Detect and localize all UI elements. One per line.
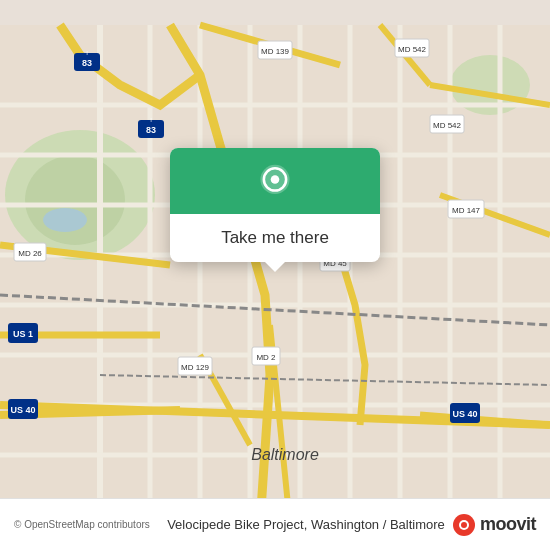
popup-header: [170, 148, 380, 214]
svg-text:83: 83: [146, 125, 156, 135]
svg-text:MD 2: MD 2: [256, 353, 276, 362]
svg-text:83: 83: [82, 58, 92, 68]
popup-card: Take me there: [170, 148, 380, 262]
moovit-logo: moovit: [452, 513, 536, 537]
svg-point-69: [271, 175, 280, 184]
svg-text:Baltimore: Baltimore: [251, 446, 319, 463]
svg-point-72: [461, 522, 467, 528]
svg-text:MD 26: MD 26: [18, 249, 42, 258]
svg-text:MD 542: MD 542: [398, 45, 427, 54]
take-me-there-button[interactable]: Take me there: [186, 226, 364, 250]
map-background: 83 I 83 I MD 139 MD 542 MD 542 MD 26 MD …: [0, 0, 550, 550]
moovit-marker-icon: [452, 513, 476, 537]
svg-point-2: [25, 155, 125, 245]
svg-text:US 1: US 1: [13, 329, 33, 339]
bottom-bar: © OpenStreetMap contributors Velocipede …: [0, 498, 550, 550]
svg-text:US 40: US 40: [10, 405, 35, 415]
svg-text:MD 542: MD 542: [433, 121, 462, 130]
place-name: Velocipede Bike Project, Washington / Ba…: [160, 517, 452, 532]
attribution-text: © OpenStreetMap contributors: [14, 519, 160, 530]
svg-point-3: [43, 208, 87, 232]
svg-text:MD 139: MD 139: [261, 47, 290, 56]
svg-text:US 40: US 40: [452, 409, 477, 419]
popup-body: Take me there: [170, 214, 380, 262]
svg-text:MD 129: MD 129: [181, 363, 210, 372]
location-pin-icon: [257, 164, 293, 200]
map-container: 83 I 83 I MD 139 MD 542 MD 542 MD 26 MD …: [0, 0, 550, 550]
svg-text:MD 147: MD 147: [452, 206, 481, 215]
moovit-text: moovit: [480, 514, 536, 535]
